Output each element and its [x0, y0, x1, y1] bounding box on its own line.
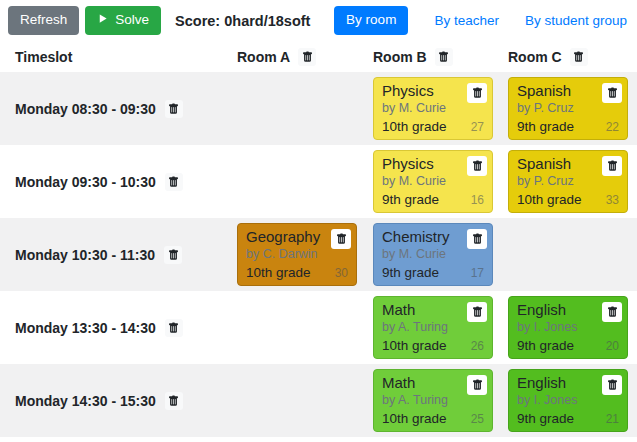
delete-lesson-button[interactable]: [467, 156, 487, 176]
room-c-cell: Spanish by P. Cruz 10th grade 33: [508, 145, 637, 218]
lesson-teacher: by C. Darwin: [246, 247, 348, 261]
timeslot-row: Monday 09:30 - 10:30 Physics by M. Curie…: [0, 145, 637, 218]
room-c-column-header: Room C: [508, 48, 637, 66]
trash-icon: [336, 233, 347, 245]
delete-timeslot-button[interactable]: [165, 100, 183, 118]
lesson-card: Physics by M. Curie 10th grade 27: [373, 77, 493, 140]
delete-lesson-button[interactable]: [602, 302, 622, 322]
lesson-id: 25: [471, 412, 484, 426]
trash-icon: [607, 306, 618, 318]
delete-timeslot-button[interactable]: [165, 319, 183, 337]
lesson-id: 30: [335, 266, 348, 280]
lesson-card: Geography by C. Darwin 10th grade 30: [237, 223, 357, 286]
delete-lesson-button[interactable]: [602, 375, 622, 395]
room-a-column-header: Room A: [237, 48, 373, 66]
trash-icon: [302, 51, 313, 63]
lesson-teacher: by I. Jones: [517, 320, 619, 334]
delete-timeslot-button[interactable]: [165, 173, 183, 191]
refresh-button[interactable]: Refresh: [8, 6, 79, 34]
timetable-body: Monday 08:30 - 09:30 Physics by M. Curie…: [0, 72, 637, 437]
trash-icon: [607, 87, 618, 99]
room-a-cell: [237, 145, 373, 218]
delete-lesson-button[interactable]: [467, 229, 487, 249]
score-text: Score: 0hard/18soft: [175, 13, 310, 29]
room-b-cell: Physics by M. Curie 9th grade 16: [373, 145, 508, 218]
tab-by-room[interactable]: By room: [334, 6, 408, 34]
timeslot-cell: Monday 14:30 - 15:30: [0, 392, 237, 410]
lesson-student-group: 10th grade: [517, 192, 582, 207]
lesson-id: 16: [471, 193, 484, 207]
timeslot-label: Monday 13:30 - 14:30: [15, 320, 156, 336]
trash-icon: [168, 249, 179, 261]
trash-icon: [168, 395, 179, 407]
timeslot-cell: Monday 09:30 - 10:30: [0, 173, 237, 191]
trash-icon: [168, 103, 179, 115]
lesson-card: Math by A. Turing 10th grade 26: [373, 296, 493, 359]
lesson-teacher: by P. Cruz: [517, 101, 619, 115]
lesson-teacher: by M. Curie: [382, 247, 484, 261]
timeslot-label: Monday 08:30 - 09:30: [15, 101, 156, 117]
room-b-cell: Physics by M. Curie 10th grade 27: [373, 72, 508, 145]
delete-room-c-button[interactable]: [570, 48, 588, 66]
tab-by-teacher[interactable]: By teacher: [434, 13, 499, 28]
lesson-teacher: by A. Turing: [382, 320, 484, 334]
lesson-student-group: 9th grade: [382, 192, 439, 207]
room-c-cell: English by I. Jones 9th grade 21: [508, 364, 637, 437]
room-a-cell: [237, 364, 373, 437]
lesson-card: Physics by M. Curie 9th grade 16: [373, 150, 493, 213]
timeslot-cell: Monday 10:30 - 11:30: [0, 246, 237, 264]
lesson-card: Chemistry by M. Curie 9th grade 17: [373, 223, 493, 286]
table-header-row: Timeslot Room A Room B Room C: [0, 41, 637, 72]
timeslot-label: Monday 10:30 - 11:30: [15, 247, 155, 263]
delete-lesson-button[interactable]: [331, 229, 351, 249]
room-a-cell: Geography by C. Darwin 10th grade 30: [237, 218, 373, 291]
timeslot-label: Monday 14:30 - 15:30: [15, 393, 156, 409]
lesson-student-group: 10th grade: [382, 119, 447, 134]
lesson-id: 33: [606, 193, 619, 207]
timeslot-cell: Monday 08:30 - 09:30: [0, 100, 237, 118]
solve-button[interactable]: Solve: [85, 6, 161, 34]
room-b-column-header: Room B: [373, 48, 508, 66]
lesson-teacher: by M. Curie: [382, 101, 484, 115]
room-c-header-label: Room C: [508, 49, 562, 65]
lesson-student-group: 10th grade: [246, 265, 311, 280]
delete-lesson-button[interactable]: [467, 83, 487, 103]
lesson-card: English by I. Jones 9th grade 21: [508, 369, 628, 432]
lesson-student-group: 9th grade: [517, 411, 574, 426]
delete-lesson-button[interactable]: [467, 375, 487, 395]
timeslot-row: Monday 10:30 - 11:30 Geography by C. Dar…: [0, 218, 637, 291]
delete-lesson-button[interactable]: [467, 302, 487, 322]
tab-by-student-group[interactable]: By student group: [525, 13, 627, 28]
lesson-teacher: by M. Curie: [382, 174, 484, 188]
lesson-card: Spanish by P. Cruz 10th grade 33: [508, 150, 628, 213]
timeslot-row: Monday 14:30 - 15:30 Math by A. Turing 1…: [0, 364, 637, 437]
room-a-header-label: Room A: [237, 49, 290, 65]
trash-icon: [472, 233, 483, 245]
lesson-id: 17: [471, 266, 484, 280]
trash-icon: [168, 176, 179, 188]
trash-icon: [472, 160, 483, 172]
lesson-student-group: 10th grade: [382, 411, 447, 426]
room-a-cell: [237, 72, 373, 145]
room-b-cell: Math by A. Turing 10th grade 25: [373, 364, 508, 437]
lesson-student-group: 9th grade: [382, 265, 439, 280]
delete-lesson-button[interactable]: [602, 83, 622, 103]
delete-timeslot-button[interactable]: [165, 392, 183, 410]
delete-room-a-button[interactable]: [298, 48, 316, 66]
lesson-student-group: 10th grade: [382, 338, 447, 353]
trash-icon: [472, 87, 483, 99]
room-c-cell: [508, 218, 637, 291]
trash-icon: [607, 160, 618, 172]
room-c-cell: English by I. Jones 9th grade 20: [508, 291, 637, 364]
timeslot-label: Monday 09:30 - 10:30: [15, 174, 156, 190]
timeslot-column-header: Timeslot: [0, 49, 237, 65]
delete-timeslot-button[interactable]: [164, 246, 182, 264]
lesson-card: English by I. Jones 9th grade 20: [508, 296, 628, 359]
lesson-student-group: 9th grade: [517, 119, 574, 134]
trash-icon: [472, 306, 483, 318]
delete-lesson-button[interactable]: [602, 156, 622, 176]
delete-room-b-button[interactable]: [435, 48, 453, 66]
timeslot-header-label: Timeslot: [15, 49, 72, 65]
toolbar: Refresh Solve Score: 0hard/18soft By roo…: [0, 0, 637, 41]
lesson-student-group: 9th grade: [517, 338, 574, 353]
